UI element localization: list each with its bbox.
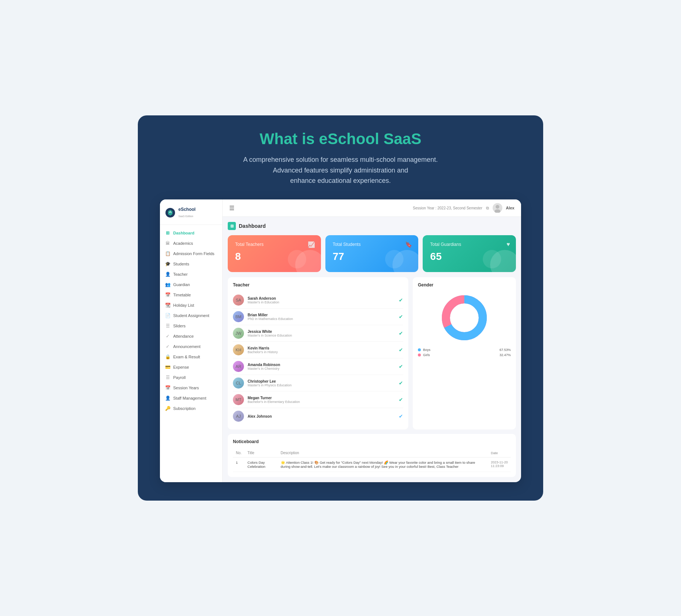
- subscription-icon: 🔑: [165, 406, 170, 411]
- teacher-item: CL Christopher Lee Master's in Physics E…: [233, 375, 403, 391]
- teacher-avatar: KH: [233, 344, 244, 355]
- boys-dot: [418, 348, 421, 351]
- sidebar-item-label: Subscription: [173, 406, 196, 411]
- teacher-name: Christopher Lee: [248, 379, 395, 383]
- donut-svg: [439, 292, 490, 344]
- students-label: Total Students: [333, 242, 411, 247]
- teacher-info: Sarah Anderson Master's in Education: [248, 296, 395, 304]
- teacher-item: AR Amanda Robinson Master's in Chemistry…: [233, 358, 403, 375]
- boys-percent: 67.53%: [499, 348, 511, 352]
- notice-header-row: No. Title Description Date: [233, 449, 511, 457]
- sidebar-item-academics[interactable]: 🏛 Academics: [160, 238, 222, 248]
- teacher-item: JW Jessica White Master's in Science Edu…: [233, 325, 403, 342]
- sidebar-item-session-years[interactable]: 📅 Session Years: [160, 383, 222, 393]
- gender-panel-title: Gender: [418, 282, 511, 288]
- sidebar-item-subscription[interactable]: 🔑 Subscription: [160, 403, 222, 414]
- sidebar-item-guardian[interactable]: 👥 Guardian: [160, 279, 222, 290]
- dash-body: ⊞ Dashboard Total Teachers 8 📈 Total Stu…: [223, 217, 521, 482]
- sidebar-item-label: Dashboard: [173, 231, 194, 235]
- sidebar-item-label: Guardian: [173, 282, 190, 287]
- hero-title-suffix: SaaS: [379, 130, 421, 147]
- col-title: Title: [245, 449, 278, 457]
- avatar-image: [493, 203, 502, 213]
- sidebar-item-attendance[interactable]: ✓ Attendance: [160, 331, 222, 341]
- girls-label: Girls: [423, 353, 430, 357]
- teacher-subject: Bachelor's in Elementary Education: [248, 400, 395, 404]
- sliders-icon: ☰: [165, 323, 170, 328]
- sidebar-item-holiday-list[interactable]: 📆 Holiday List: [160, 300, 222, 310]
- sidebar-item-label: Student Assignment: [173, 313, 209, 318]
- sidebar-item-admission-form-fields[interactable]: 📋 Admission Form Fields: [160, 248, 222, 259]
- academics-icon: 🏛: [165, 241, 170, 246]
- assignment-icon: 📄: [165, 313, 170, 318]
- teacher-name: Brian Miller: [248, 313, 395, 317]
- sidebar-item-dashboard[interactable]: ⊞ Dashboard: [160, 228, 222, 238]
- eschool-logo-icon: [165, 208, 175, 218]
- teacher-item: AJ Alex Johnson ✔: [233, 408, 403, 424]
- exam-icon: 🔒: [165, 354, 170, 359]
- teacher-info: Megan Turner Bachelor's in Elementary Ed…: [248, 396, 395, 404]
- sidebar-item-teacher[interactable]: 👤 Teacher: [160, 269, 222, 279]
- legend-girls: Girls 32.47%: [418, 353, 511, 357]
- sidebar-item-label: Expense: [173, 365, 189, 369]
- sidebar-item-payroll[interactable]: ☰ Payroll: [160, 372, 222, 383]
- teacher-item: MT Megan Turner Bachelor's in Elementary…: [233, 391, 403, 408]
- notice-table: No. Title Description Date 1 Colors Day …: [233, 449, 511, 472]
- teacher-name: Kevin Harris: [248, 346, 395, 350]
- expense-icon: 💳: [165, 365, 170, 370]
- teacher-avatar: AJ: [233, 411, 244, 422]
- teacher-name: Amanda Robinson: [248, 363, 395, 367]
- teacher-avatar: CL: [233, 377, 244, 389]
- teacher-avatar: MT: [233, 394, 244, 405]
- hero-title-prefix: What is: [260, 130, 319, 147]
- user-name: Alex: [506, 206, 514, 210]
- guardians-bubble2: [483, 250, 501, 268]
- sidebar-item-announcement[interactable]: ✓ Announcement: [160, 341, 222, 352]
- check-icon: ✔: [399, 413, 403, 419]
- sidebar-item-timetable[interactable]: 📅 Timetable: [160, 290, 222, 300]
- timetable-icon: 📅: [165, 292, 170, 297]
- col-description: Description: [278, 449, 488, 457]
- sidebar-item-exam-result[interactable]: 🔒 Exam & Result: [160, 352, 222, 362]
- hero-title-brand: eSchool: [319, 130, 379, 147]
- copy-icon[interactable]: ⧉: [486, 206, 489, 210]
- students-icon: 🎓: [165, 261, 170, 267]
- sidebar-item-staff-management[interactable]: 👤 Staff Management: [160, 393, 222, 403]
- hero-subtitle: A comprehensive solution for seamless mu…: [160, 154, 521, 186]
- boys-label: Boys: [423, 348, 430, 352]
- holiday-icon: 📆: [165, 303, 170, 308]
- col-no: No.: [233, 449, 245, 457]
- teacher-icon: 👤: [165, 272, 170, 277]
- teachers-bubble2: [288, 250, 306, 268]
- teacher-avatar: JW: [233, 328, 244, 339]
- staff-icon: 👤: [165, 396, 170, 401]
- sidebar-logo-text: eSchool: [178, 207, 196, 212]
- teachers-icon: 📈: [308, 241, 315, 248]
- noticeboard-title: Noticeboard: [233, 439, 511, 444]
- teacher-subject: Master's in Science Education: [248, 334, 395, 337]
- notice-thead: No. Title Description Date: [233, 449, 511, 457]
- teacher-name: Jessica White: [248, 330, 395, 334]
- legend-boys: Boys 67.53%: [418, 348, 511, 352]
- sidebar-item-student-assignment[interactable]: 📄 Student Assignment: [160, 310, 222, 321]
- teacher-name: Megan Turner: [248, 396, 395, 400]
- girls-dot: [418, 354, 421, 356]
- notice-date: 2023-11-2011:23:09: [488, 457, 511, 472]
- admission-icon: 📋: [165, 251, 170, 256]
- menu-icon[interactable]: ☰: [229, 205, 234, 212]
- dash-header: ⊞ Dashboard: [228, 222, 516, 230]
- sidebar-item-label: Sliders: [173, 324, 186, 328]
- sidebar-item-expense[interactable]: 💳 Expense: [160, 362, 222, 372]
- sidebar-item-label: Exam & Result: [173, 355, 200, 359]
- payroll-icon: ☰: [165, 375, 170, 380]
- guardians-icon: ♥: [507, 241, 510, 248]
- check-icon: ✔: [399, 297, 403, 303]
- sidebar-item-students[interactable]: 🎓 Students: [160, 259, 222, 269]
- teacher-info: Jessica White Master's in Science Educat…: [248, 330, 395, 337]
- teachers-label: Total Teachers: [235, 242, 314, 247]
- sidebar: eSchool SaaS Edition ⊞ Dashboard 🏛 Acade…: [160, 199, 223, 482]
- stat-cards: Total Teachers 8 📈 Total Students 77 🔖: [228, 235, 516, 272]
- sidebar-item-sliders[interactable]: ☰ Sliders: [160, 321, 222, 331]
- svg-point-2: [496, 205, 499, 209]
- sidebar-logo-sub: SaaS Edition: [178, 215, 193, 217]
